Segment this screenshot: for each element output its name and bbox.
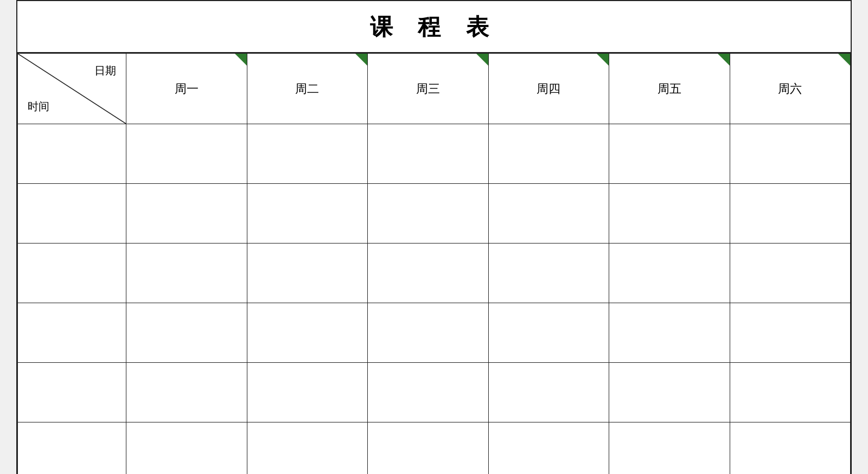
cell-5-tue[interactable] <box>247 363 368 422</box>
cell-6-sat[interactable] <box>730 422 851 475</box>
cell-3-thu[interactable] <box>488 244 609 303</box>
cell-4-tue[interactable] <box>247 303 368 363</box>
diagonal-header-cell: 时间 日期 <box>18 54 126 124</box>
table-row <box>18 184 851 244</box>
table-row <box>18 244 851 303</box>
schedule-title: 课 程 表 <box>17 1 851 53</box>
cell-5-sat[interactable] <box>730 363 851 422</box>
cell-6-tue[interactable] <box>247 422 368 475</box>
header-row: 时间 日期 周一 周二 周三 周四 周五 周 <box>18 54 851 124</box>
cell-2-thu[interactable] <box>488 184 609 244</box>
cell-6-mon[interactable] <box>126 422 247 475</box>
cell-4-sat[interactable] <box>730 303 851 363</box>
time-cell-4[interactable] <box>18 303 126 363</box>
cell-4-fri[interactable] <box>609 303 730 363</box>
cell-3-wed[interactable] <box>368 244 489 303</box>
header-monday: 周一 <box>126 54 247 124</box>
table-row <box>18 124 851 184</box>
cell-4-mon[interactable] <box>126 303 247 363</box>
time-cell-2[interactable] <box>18 184 126 244</box>
cell-5-wed[interactable] <box>368 363 489 422</box>
time-cell-1[interactable] <box>18 124 126 184</box>
time-cell-5[interactable] <box>18 363 126 422</box>
schedule-table: 时间 日期 周一 周二 周三 周四 周五 周 <box>17 53 851 474</box>
cell-6-fri[interactable] <box>609 422 730 475</box>
cell-6-thu[interactable] <box>488 422 609 475</box>
cell-6-wed[interactable] <box>368 422 489 475</box>
time-cell-3[interactable] <box>18 244 126 303</box>
cell-1-thu[interactable] <box>488 124 609 184</box>
cell-3-tue[interactable] <box>247 244 368 303</box>
cell-5-mon[interactable] <box>126 363 247 422</box>
cell-2-wed[interactable] <box>368 184 489 244</box>
cell-2-mon[interactable] <box>126 184 247 244</box>
cell-4-wed[interactable] <box>368 303 489 363</box>
cell-3-mon[interactable] <box>126 244 247 303</box>
header-wednesday: 周三 <box>368 54 489 124</box>
cell-2-sat[interactable] <box>730 184 851 244</box>
time-cell-6[interactable] <box>18 422 126 475</box>
cell-3-fri[interactable] <box>609 244 730 303</box>
date-label: 日期 <box>94 63 116 78</box>
cell-1-sat[interactable] <box>730 124 851 184</box>
cell-1-fri[interactable] <box>609 124 730 184</box>
table-row <box>18 303 851 363</box>
cell-5-fri[interactable] <box>609 363 730 422</box>
cell-5-thu[interactable] <box>488 363 609 422</box>
table-row <box>18 363 851 422</box>
header-tuesday: 周二 <box>247 54 368 124</box>
schedule-container: 课 程 表 时间 日期 周一 <box>16 0 852 474</box>
time-label: 时间 <box>28 99 49 114</box>
cell-4-thu[interactable] <box>488 303 609 363</box>
table-row <box>18 422 851 475</box>
header-thursday: 周四 <box>488 54 609 124</box>
cell-2-fri[interactable] <box>609 184 730 244</box>
cell-3-sat[interactable] <box>730 244 851 303</box>
cell-1-tue[interactable] <box>247 124 368 184</box>
cell-1-wed[interactable] <box>368 124 489 184</box>
header-friday: 周五 <box>609 54 730 124</box>
header-saturday: 周六 <box>730 54 851 124</box>
cell-1-mon[interactable] <box>126 124 247 184</box>
cell-2-tue[interactable] <box>247 184 368 244</box>
